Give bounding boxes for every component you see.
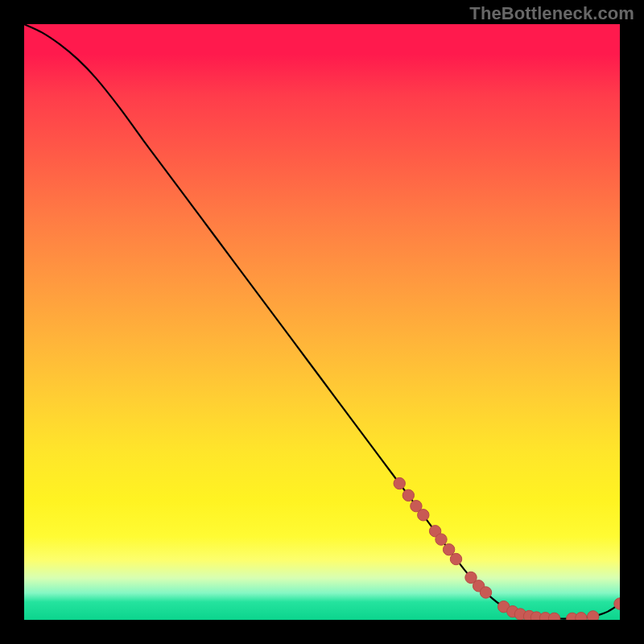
data-point: [548, 613, 559, 620]
chart-overlay: [24, 24, 620, 620]
data-point: [418, 510, 429, 521]
chart-container: TheBottleneck.com: [0, 0, 644, 644]
data-point: [394, 477, 405, 489]
data-point: [402, 489, 414, 501]
data-point: [480, 587, 491, 598]
data-point: [450, 553, 461, 564]
data-point-markers: [394, 477, 620, 620]
data-point: [588, 611, 599, 620]
plot-area: [24, 24, 620, 620]
data-point: [576, 613, 587, 620]
data-point: [443, 543, 454, 555]
bottleneck-curve: [24, 24, 620, 619]
watermark-label: TheBottleneck.com: [469, 3, 634, 24]
data-point: [436, 534, 447, 545]
